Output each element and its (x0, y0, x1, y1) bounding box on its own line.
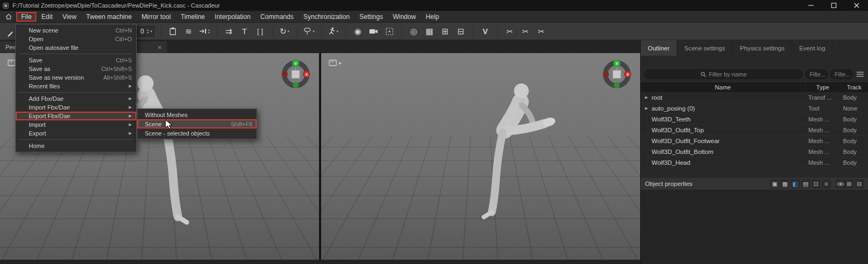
submenu-item[interactable]: Scene - selected objects (137, 128, 257, 138)
close-button[interactable] (845, 0, 868, 11)
panel-icon[interactable]: ◧ (791, 179, 800, 188)
viewport-menu-icon[interactable] (8, 60, 16, 66)
expander-icon[interactable]: ▶ (645, 95, 649, 100)
interval-brackets-icon[interactable]: [ ] (254, 25, 266, 38)
frame-offset-spinner[interactable]: 0 ▴ ▾ ▾ (137, 26, 155, 37)
spinner-arrows[interactable]: ▴ ▾ (147, 29, 149, 34)
pen-tool-icon[interactable] (4, 27, 16, 40)
curves-icon[interactable]: ≋ (183, 25, 195, 38)
scissors-icon-1[interactable]: ✂ (504, 25, 516, 38)
menubar-item[interactable]: Timeline (176, 12, 210, 22)
expander-icon[interactable]: ▶ (645, 106, 649, 111)
menubar-item[interactable]: Help (421, 12, 444, 22)
panel-tab[interactable]: Physics settings (733, 40, 792, 56)
menu-item[interactable]: Export ▶ (16, 129, 136, 138)
panel-tab[interactable]: Event log (792, 40, 833, 56)
submenu-arrow-icon: ▶ (127, 96, 132, 101)
spin-down-icon[interactable]: ▾ (147, 31, 149, 34)
panel-icon[interactable]: ▦ (781, 179, 789, 188)
key-arrow-icon[interactable]: ▴▾ (199, 25, 210, 38)
paste-icon[interactable] (167, 25, 179, 38)
menubar-item[interactable]: File (16, 12, 36, 22)
viewport-right[interactable]: ▸ Y X (321, 53, 640, 260)
menubar-item[interactable]: View (58, 12, 81, 22)
tab-close-icon[interactable]: × (157, 43, 162, 51)
hamburger-menu-icon[interactable] (855, 72, 865, 77)
scissors-icon-2[interactable]: ✂ (520, 25, 532, 38)
outliner-row[interactable]: Wolf3D_Outfit_Bottom Mesh ... Body (641, 146, 868, 157)
menubar-item[interactable]: Interpolation (210, 12, 256, 22)
checker-icon[interactable]: ▦ (424, 25, 436, 38)
frame-offset-value[interactable]: 0 (139, 28, 145, 35)
submenu-item[interactable]: Scene Shift+F8 (137, 119, 257, 128)
camera-icon[interactable] (368, 25, 380, 38)
autoposing-rings-icon[interactable]: ◎ (408, 25, 420, 38)
minimize-button[interactable] (800, 0, 822, 11)
filter-track-input[interactable]: Filte... (830, 69, 853, 79)
maximize-button[interactable] (822, 0, 845, 11)
outliner-row[interactable]: Wolf3D_Outfit_Footwear Mesh ... Body (641, 136, 868, 146)
menubar-item[interactable]: Edit (36, 12, 58, 22)
viewport-menu-icon[interactable]: ▸ (329, 60, 342, 66)
scissors-icon-3[interactable]: ✂ (535, 25, 547, 38)
search-icon (700, 72, 706, 78)
panel-icon[interactable]: ▤ (801, 179, 810, 188)
panel-icon[interactable]: ⊞ (845, 179, 853, 188)
menubar-item[interactable]: Synchronization (298, 12, 354, 22)
panel-tab[interactable]: Scene settings (677, 40, 732, 56)
menubar-item[interactable]: Mirror tool (137, 12, 176, 22)
menu-item[interactable]: Add Fbx/Dae ▶ (16, 94, 136, 103)
viewport-expand-icon[interactable]: ▸ (339, 60, 342, 66)
outliner-row[interactable]: ▶ root Transf ... Body (641, 92, 868, 103)
submenu-item-label: Without Meshes (145, 112, 188, 118)
filter-by-name-input[interactable]: Filter by name (644, 69, 803, 79)
axis-x-label: X (627, 73, 629, 76)
menubar-item[interactable]: Commands (256, 12, 298, 22)
loop-icon[interactable]: ↻▾ (279, 25, 291, 38)
menu-item[interactable]: Save Ctrl+S (16, 56, 136, 65)
outliner-row[interactable]: ▶ auto_posing (0) Tool None (641, 103, 868, 114)
add-window-alt-icon[interactable]: ⊟ (455, 25, 467, 38)
home-icon[interactable] (3, 12, 14, 22)
view-gizmo[interactable]: Y X (280, 59, 311, 90)
panel-icon[interactable]: ▣ (770, 179, 779, 188)
menu-item[interactable]: Import ▶ (16, 120, 136, 129)
app-logo-icon (3, 2, 9, 9)
visibility-eye-icon[interactable] (836, 179, 845, 188)
panel-icon[interactable]: ≡ (822, 179, 831, 188)
outliner-row[interactable]: Wolf3D_Teeth Mesh ... Body (641, 114, 868, 125)
menu-item[interactable]: New scene Ctrl+N (16, 26, 136, 35)
panel-icon[interactable]: ⊡ (812, 179, 820, 188)
axis-x-label: X (305, 73, 308, 76)
text-tool-icon[interactable]: T (239, 25, 251, 38)
outliner-row[interactable]: Wolf3D_Head Mesh ... Body (641, 157, 868, 168)
panel-tab[interactable]: Outliner (641, 40, 677, 56)
dropdown-icon[interactable]: ▾ (150, 29, 152, 34)
menubar-item[interactable]: Settings (355, 12, 388, 22)
animation-mode-icon[interactable]: ▾ (328, 25, 340, 38)
menu-item[interactable]: Import Fbx/Dae ▶ (16, 103, 136, 112)
filter-type-input[interactable]: Filte... (805, 69, 828, 79)
menu-item[interactable]: Home (16, 141, 136, 150)
submenu-item[interactable]: Without Meshes (137, 110, 257, 119)
menu-item[interactable]: Export Fbx/Dae ▶ (16, 112, 136, 120)
outliner-row[interactable]: Wolf3D_Outfit_Top Mesh ... Body (641, 125, 868, 136)
menu-item[interactable]: Save as new version Alt+Shift+S (16, 73, 136, 82)
menubar-item[interactable]: Tween machine (81, 12, 137, 22)
menu-item[interactable]: Recent files ▶ (16, 82, 136, 91)
retime-arrows-icon[interactable]: ⇉ (223, 25, 235, 38)
menu-item[interactable]: Open Ctrl+O (16, 35, 136, 43)
menu-item-shortcut: Ctrl+O (107, 36, 132, 42)
panel-icon[interactable]: ⊟ (855, 179, 864, 188)
v-tool-icon[interactable]: V (480, 25, 492, 38)
row-track: None (840, 105, 868, 112)
menubar-item[interactable]: Window (388, 12, 421, 22)
menubar-items: File Edit View Tween machine Mirror tool… (16, 12, 444, 22)
menu-item[interactable]: Open autosave file (16, 43, 136, 52)
add-window-icon[interactable]: ⊞ (439, 25, 451, 38)
sphere-icon[interactable]: ◉ (352, 25, 364, 38)
menu-item[interactable]: Save as Ctrl+Shift+S (16, 65, 136, 73)
lasso-select-icon[interactable]: ▾ (303, 25, 315, 38)
marquee-select-icon[interactable] (384, 25, 395, 38)
view-gizmo[interactable]: Y X (601, 59, 633, 90)
